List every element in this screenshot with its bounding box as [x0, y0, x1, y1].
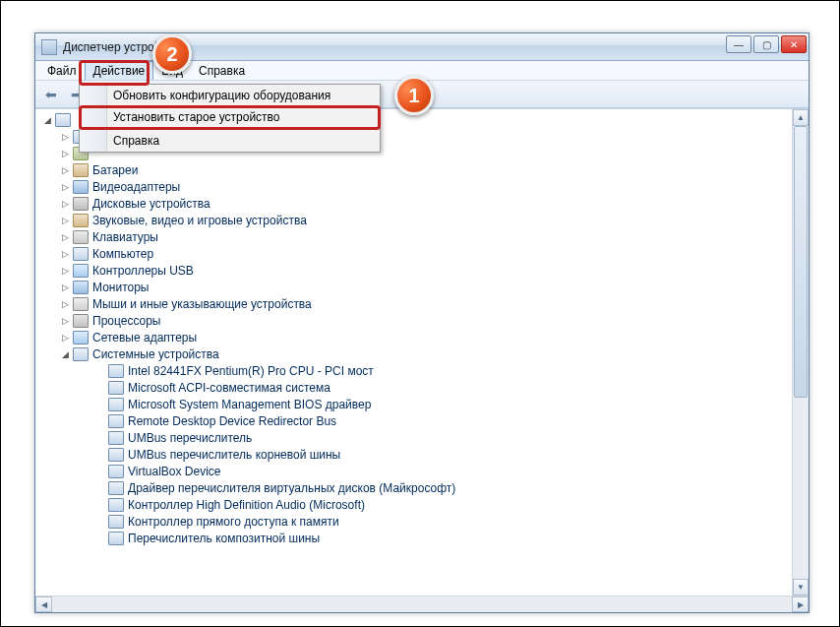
- tree-category[interactable]: ▷Контроллеры USB: [37, 262, 792, 279]
- vertical-scrollbar[interactable]: ▲ ▼: [792, 109, 809, 596]
- leaf-spacer: [94, 500, 106, 510]
- tree-device[interactable]: Перечислитель композитной шины: [37, 530, 792, 546]
- tree-category[interactable]: ▷Сетевые адаптеры: [37, 329, 792, 345]
- expand-icon[interactable]: ▷: [59, 132, 71, 142]
- device-category-icon: [73, 214, 89, 227]
- device-category-icon: [73, 197, 89, 211]
- category-label: Системные устройства: [92, 347, 219, 361]
- scroll-up-button[interactable]: ▲: [793, 109, 809, 126]
- category-label: Клавиатуры: [92, 230, 158, 244]
- expand-icon[interactable]: ▷: [59, 216, 71, 225]
- tree-category[interactable]: ▷Дисковые устройства: [37, 195, 792, 212]
- collapse-icon[interactable]: ◢: [59, 349, 71, 359]
- device-icon: [108, 465, 124, 478]
- tree-device[interactable]: Microsoft ACPI-совместимая система: [37, 379, 792, 396]
- menu-action-label: Действие: [93, 64, 146, 78]
- tree-device[interactable]: Remote Desktop Device Redirector Bus: [37, 412, 792, 429]
- device-icon: [108, 364, 124, 378]
- collapse-icon[interactable]: ◢: [41, 115, 53, 125]
- leaf-spacer: [94, 450, 106, 460]
- device-label: Intel 82441FX Pentium(R) Pro CPU - PCI м…: [128, 364, 374, 378]
- tree-category[interactable]: ▷Компьютер: [37, 245, 792, 262]
- device-icon: [108, 515, 124, 529]
- device-category-icon: [73, 264, 89, 278]
- annotation-callout-1: 1: [394, 76, 434, 115]
- expand-icon[interactable]: ▷: [59, 249, 71, 259]
- expand-icon[interactable]: ▷: [59, 333, 71, 343]
- tree-category[interactable]: ▷Клавиатуры: [37, 228, 792, 245]
- device-label: UMBus перечислитель: [128, 431, 252, 445]
- device-tree[interactable]: ◢ ▷▷▷Батареи▷Видеоадаптеры▷Дисковые устр…: [35, 109, 792, 596]
- device-label: Microsoft ACPI-совместимая система: [128, 381, 330, 395]
- close-button[interactable]: ✕: [781, 35, 807, 53]
- expand-icon[interactable]: ▷: [59, 299, 71, 309]
- dropdown-item-label: Справка: [113, 134, 159, 148]
- category-label: Процессоры: [92, 314, 161, 328]
- menu-file[interactable]: Файл: [39, 61, 85, 80]
- tree-category[interactable]: ▷Мыши и иные указывающие устройства: [37, 295, 792, 312]
- device-icon: [108, 431, 124, 445]
- tree-device[interactable]: Microsoft System Management BIOS драйвер: [37, 396, 792, 412]
- menu-help[interactable]: Справка: [191, 61, 253, 80]
- back-button[interactable]: ⬅: [41, 85, 61, 104]
- dropdown-add-legacy[interactable]: Установить старое устройство: [80, 106, 380, 128]
- device-category-icon: [73, 331, 89, 345]
- expand-icon[interactable]: ▷: [59, 199, 71, 209]
- tree-device[interactable]: UMBus перечислитель: [37, 429, 792, 446]
- scroll-down-button[interactable]: ▼: [793, 579, 809, 596]
- device-category-icon: [73, 347, 89, 361]
- horizontal-scrollbar[interactable]: ◀ ▶: [35, 596, 809, 612]
- tree-device[interactable]: Драйвер перечислителя виртуальных дисков…: [37, 479, 792, 496]
- scroll-track[interactable]: [793, 126, 809, 579]
- expand-icon[interactable]: ▷: [59, 282, 71, 292]
- callout-number: 1: [408, 85, 419, 107]
- tree-category[interactable]: ▷Звуковые, видео и игровые устройства: [37, 212, 792, 228]
- device-category-icon: [73, 230, 89, 244]
- tree-device[interactable]: UMBus перечислитель корневой шины: [37, 446, 792, 463]
- annotation-callout-2: 2: [152, 34, 192, 74]
- expand-icon[interactable]: ▷: [59, 165, 71, 175]
- expand-icon[interactable]: ▷: [59, 149, 71, 158]
- expand-icon[interactable]: ▷: [59, 232, 71, 242]
- dropdown-help[interactable]: Справка: [80, 130, 380, 152]
- device-label: UMBus перечислитель корневой шины: [128, 448, 340, 462]
- tree-device[interactable]: Контроллер прямого доступа к памяти: [37, 513, 792, 530]
- tree-device[interactable]: Контроллер High Definition Audio (Micros…: [37, 496, 792, 513]
- dropdown-item-label: Обновить конфигурацию оборудования: [113, 89, 330, 102]
- device-icon: [108, 414, 124, 428]
- minimize-button[interactable]: —: [726, 35, 751, 53]
- leaf-spacer: [94, 400, 106, 409]
- tree-device[interactable]: VirtualBox Device: [37, 463, 792, 479]
- tree-category[interactable]: ▷Видеоадаптеры: [37, 178, 792, 195]
- device-label: Microsoft System Management BIOS драйвер: [128, 398, 371, 411]
- tree-device[interactable]: Intel 82441FX Pentium(R) Pro CPU - PCI м…: [37, 362, 792, 379]
- scroll-thumb[interactable]: [794, 126, 808, 398]
- category-label: Видеоадаптеры: [92, 180, 180, 194]
- category-label: Мониторы: [92, 281, 149, 294]
- tree-category[interactable]: ▷Мониторы: [37, 279, 792, 295]
- dropdown-item-label: Установить старое устройство: [113, 110, 280, 124]
- scroll-right-button[interactable]: ▶: [792, 596, 809, 612]
- expand-icon[interactable]: ▷: [59, 266, 71, 276]
- category-label: Контроллеры USB: [92, 264, 194, 278]
- scroll-track-h[interactable]: [52, 596, 792, 612]
- scroll-left-button[interactable]: ◀: [35, 596, 52, 612]
- expand-icon[interactable]: ▷: [59, 182, 71, 192]
- maximize-button[interactable]: ▢: [753, 35, 779, 53]
- menu-action[interactable]: Действие: [85, 61, 154, 80]
- menu-file-label: Файл: [47, 64, 77, 78]
- leaf-spacer: [94, 366, 106, 376]
- device-category-icon: [73, 163, 89, 177]
- tree-category[interactable]: ▷Процессоры: [37, 312, 792, 329]
- category-label: Батареи: [92, 163, 138, 177]
- device-icon: [108, 398, 124, 411]
- titlebar[interactable]: Диспетчер устройств — ▢ ✕: [35, 33, 809, 61]
- dropdown-scan-hardware[interactable]: Обновить конфигурацию оборудования: [80, 85, 380, 106]
- device-category-icon: [73, 247, 89, 261]
- expand-icon[interactable]: ▷: [59, 316, 71, 326]
- device-label: Контроллер High Definition Audio (Micros…: [128, 498, 365, 512]
- tree-category[interactable]: ▷Батареи: [37, 161, 792, 178]
- tree-category[interactable]: ◢Системные устройства: [37, 345, 792, 362]
- device-label: Remote Desktop Device Redirector Bus: [128, 414, 336, 428]
- device-icon: [108, 481, 124, 495]
